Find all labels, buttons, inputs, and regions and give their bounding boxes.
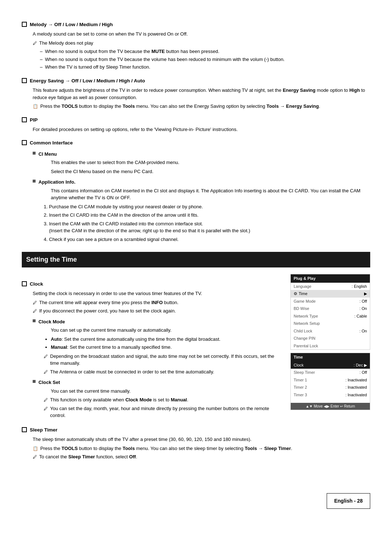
tv-menu-language-label: Language <box>294 283 311 290</box>
checkbox-icon-energy <box>22 78 27 83</box>
melody-title: Melody → Off / Low / Medium / High <box>30 21 113 28</box>
tv-menu-nettype-label: Network Type <box>294 313 318 319</box>
clock-mode-note1-row: 🖉 Depending on the broadcast station and… <box>44 353 283 367</box>
tv-menu-timer2-row: Timer 2 : Inactivated <box>291 384 370 391</box>
tv-menu-footer-text: ▲▼ Move ◀▶ Enter ↩ Return <box>306 404 355 409</box>
sleep-timer-tip1: Press the TOOLS button to display the To… <box>40 445 292 452</box>
clock-mode-subsection: Clock Mode You can set up the current ti… <box>33 318 283 376</box>
note-icon-clockset2: 🖉 <box>44 405 48 412</box>
sleep-timer-body1: The sleep timer automatically shuts off … <box>33 436 370 443</box>
tv-menu-timer3-row: Timer 3 : Inactivated <box>291 391 370 399</box>
pip-body1: For detailed procedures on setting up op… <box>33 126 370 133</box>
note-icon-clockmode2: 🖉 <box>44 369 48 375</box>
tv-menu-parental-lock-row: Parental Lock <box>291 342 370 350</box>
checkbox-icon-common <box>22 140 27 145</box>
clock-title: Clock <box>30 281 43 288</box>
clock-mode-note1: Depending on the broadcast station and s… <box>50 353 283 367</box>
clock-set-note1: This function is only available when Clo… <box>50 396 188 404</box>
tv-menu-sleep-timer-row: Sleep Timer : Off <box>291 369 370 376</box>
note-icon-clockmode1: 🖉 <box>44 353 48 360</box>
tv-menu-timer2-label: Timer 2 <box>294 384 307 390</box>
tv-menu-time-title: Time <box>294 354 303 360</box>
tv-menu-column: Plug & Play Language : English ⚙ Time ▶ … <box>290 274 370 410</box>
tv-menu-language-value: : English <box>352 283 367 290</box>
square-bullet-ci <box>33 152 36 155</box>
tv-menu-timer3-value: : Inactivated <box>346 392 367 398</box>
note-icon-sleep: 🖉 <box>33 454 37 460</box>
tv-menu-sleep-value: : Off <box>359 369 367 376</box>
clock-text-column: Clock Setting the clock is necessary in … <box>22 274 283 421</box>
tv-menu-sleep-label: Sleep Timer <box>294 369 315 376</box>
checkbox-icon-pip <box>22 117 27 122</box>
app-info-title: Application Info. <box>38 179 75 186</box>
energy-body1: This feature adjusts the brightness of t… <box>33 87 370 101</box>
tv-menu-time-header: ⚙ Time ▶ <box>291 290 370 298</box>
ci-menu-body1: This enables the user to select from the… <box>51 159 370 166</box>
clock-set-title: Clock Set <box>38 379 60 386</box>
tv-menu-clock-value: : Dec ▶ <box>354 362 367 368</box>
page-footer-text: English - 28 <box>334 498 363 504</box>
melody-bullet-2: When no sound is output from the TV beca… <box>40 56 370 63</box>
clock-set-note2-row: 🖉 You can set the day, month, year, hour… <box>44 405 283 419</box>
tv-menu-footer: ▲▼ Move ◀▶ Enter ↩ Return <box>291 403 370 410</box>
tv-menu-network-setup-row: Network Setup <box>291 320 370 327</box>
melody-note1-row: 🖉 The Melody does not play <box>33 40 370 47</box>
tv-menu-change-pin-row: Change PIN <box>291 335 370 342</box>
pip-section-heading: PIP <box>22 116 370 124</box>
sleep-timer-tip1-row: 📋 Press the TOOLS button to display the … <box>33 445 370 452</box>
pip-title: PIP <box>30 116 38 124</box>
energy-tip1-row: 📋 Press the TOOLS button to display the … <box>33 103 370 110</box>
clock-set-note2: You can set the day, month, year, hour a… <box>50 405 283 419</box>
tv-menu-time-label: Time <box>299 291 364 297</box>
melody-section-heading: Melody → Off / Low / Medium / High <box>22 21 370 28</box>
square-bullet-clock-set <box>33 380 36 383</box>
tv-menu-time-arrow: ▶ <box>364 291 367 297</box>
square-bullet-app <box>33 180 36 183</box>
sleep-timer-note1-row: 🖉 To cancel the Sleep Timer function, se… <box>33 453 370 461</box>
tv-menu-childlock-label: Child Lock <box>294 328 312 334</box>
app-info-step-2: Insert the CI CARD into the CAM in the d… <box>49 212 370 219</box>
tv-menu-nettype-value: : Cable <box>354 313 367 319</box>
square-bullet-clock-mode <box>33 319 36 322</box>
tv-menu-changepin-label: Change PIN <box>294 335 315 341</box>
tv-menu-plug-play-label: Plug & Play <box>294 275 316 282</box>
tv-menu-bd-wise-row: BD Wise : On <box>291 305 370 312</box>
clock-layout: Clock Setting the clock is necessary in … <box>22 274 370 421</box>
ci-menu-heading: CI Menu <box>33 151 370 158</box>
note-icon-clockset1: 🖉 <box>44 397 48 403</box>
tv-menu-netsetup-label: Network Setup <box>294 320 320 327</box>
tv-menu-time: Time Clock : Dec ▶ Sleep Timer : Off Tim… <box>290 353 370 410</box>
clock-mode-heading: Clock Mode <box>33 318 283 326</box>
tv-menu-language-row: Language : English <box>291 283 370 290</box>
clock-set-heading: Clock Set <box>33 379 283 386</box>
tv-menu-clock-row-highlighted: Clock : Dec ▶ <box>291 361 370 369</box>
app-info-body1: This contains information on CAM inserte… <box>51 187 370 201</box>
tv-menu-clock-label: Clock <box>294 362 304 368</box>
tv-menu-setup-bar: Plug & Play <box>291 274 370 283</box>
tip-icon-sleep: 📋 <box>33 445 38 452</box>
clock-note1: The current time will appear every time … <box>39 299 179 306</box>
note-icon-clock1: 🖉 <box>33 299 37 306</box>
clock-mode-note2: The Antenna or cable must be connected i… <box>50 368 214 376</box>
ci-menu-title: CI Menu <box>38 151 57 158</box>
clock-note1-row: 🖉 The current time will appear every tim… <box>33 299 283 306</box>
clock-body1: Setting the clock is necessary in order … <box>33 290 283 297</box>
clock-mode-title: Clock Mode <box>38 318 65 326</box>
clock-set-body1: You can set the current time manually. <box>51 388 283 395</box>
tv-menu-parental-label: Parental Lock <box>294 343 318 349</box>
tv-menu-time-bar: Time <box>291 353 370 361</box>
ci-menu-subsection: CI Menu This enables the user to select … <box>33 151 370 175</box>
tv-menu-child-lock-row: Child Lock : On <box>291 327 370 335</box>
app-info-subsection: Application Info. This contains informat… <box>33 179 370 243</box>
sleep-timer-note1: To cancel the Sleep Timer function, sele… <box>39 453 137 461</box>
clock-section-heading: Clock <box>22 281 283 288</box>
tv-menu-bd-label: BD Wise <box>294 306 309 312</box>
note-icon-clock2: 🖉 <box>33 308 37 314</box>
app-info-step-3: Insert the CAM with the CI CARD installe… <box>49 220 370 234</box>
clock-mode-auto: Auto: Set the current time automatically… <box>51 336 283 343</box>
clock-mode-dot-list: Auto: Set the current time automatically… <box>51 336 283 351</box>
common-title: Common Interface <box>30 139 73 147</box>
ci-menu-body2: Select the CI Menu based on the menu PC … <box>51 168 370 175</box>
tv-menu-game-value: : Off <box>359 298 367 304</box>
tv-menu-timer3-label: Timer 3 <box>294 392 307 398</box>
